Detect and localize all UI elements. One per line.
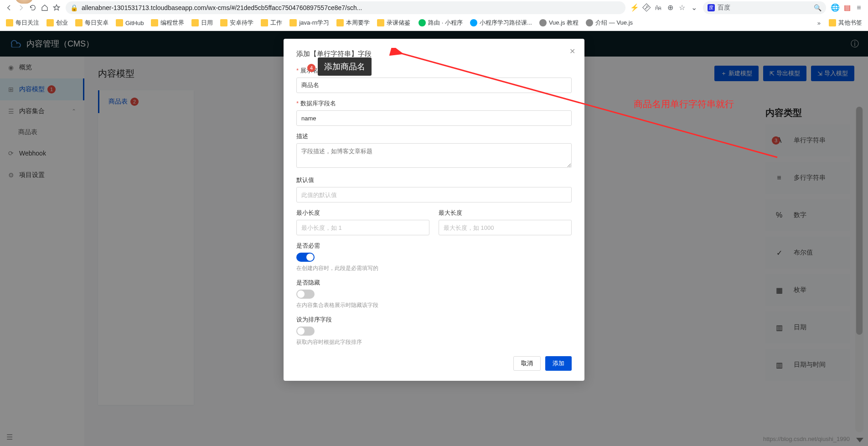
extension-globe-icon[interactable]: 🌐 [830, 2, 841, 13]
annotation-badge-4: 4 [307, 64, 315, 72]
label-sort: 设为排序字段 [296, 316, 572, 324]
browser-search-box[interactable]: 度 百度 🔍 [703, 1, 826, 14]
input-max-length[interactable] [439, 220, 572, 235]
ok-button[interactable]: 添加 [545, 356, 572, 371]
label-db-name: *数据库字段名 [296, 99, 572, 108]
modal-close-icon[interactable]: ✕ [569, 47, 575, 56]
switch-sort[interactable] [296, 327, 315, 336]
bookmark-folder[interactable]: 编程世界 [147, 17, 188, 29]
bookmark-folder[interactable]: java-rn学习 [286, 17, 333, 29]
folder-icon [46, 19, 54, 26]
favicon [539, 19, 547, 26]
bookmark-folder[interactable]: 每日安卓 [72, 17, 112, 29]
bookmark-folder[interactable]: 日用 [188, 17, 217, 29]
bookmark-bar: 每日关注创业每日安卓GitHub编程世界日用安卓待学工作java-rn学习本周要… [0, 15, 868, 31]
bookmark-star-icon[interactable]: ☆ [677, 2, 687, 13]
cancel-button[interactable]: 取消 [513, 356, 541, 371]
reload-icon[interactable] [27, 2, 38, 13]
folder-icon [220, 19, 227, 26]
back-icon[interactable] [4, 2, 15, 13]
folder-icon [377, 19, 384, 26]
folder-icon [336, 19, 344, 26]
input-db-name[interactable] [296, 110, 572, 126]
bookmark-folder[interactable]: 本周要学 [333, 17, 373, 29]
bookmark-link[interactable]: 路由 · 小程序 [415, 17, 466, 29]
key-icon[interactable]: ⚿ [639, 0, 654, 15]
annotation-red-text: 商品名用单行字符串就行 [634, 98, 734, 110]
translate-icon[interactable]: 🗛 [653, 2, 664, 13]
bookmark-folder[interactable]: 工作 [257, 17, 286, 29]
folder-icon [75, 19, 83, 26]
star-icon[interactable] [51, 2, 62, 13]
add-field-modal: 添加【单行字符串】字段 ✕ *展示名称 *数据库字段名 描述 默认值 最小长度 … [284, 39, 584, 381]
bookmark-overflow-icon[interactable]: » [814, 20, 824, 26]
switch-required[interactable] [296, 253, 315, 262]
input-default[interactable] [296, 187, 572, 202]
bookmark-folder[interactable]: 创业 [43, 17, 72, 29]
label-min-length: 最小长度 [296, 209, 429, 217]
bookmark-link[interactable]: 小程序学习路径课... [466, 17, 536, 29]
folder-icon [261, 19, 268, 26]
folder-icon [116, 19, 123, 26]
browser-nav-bar: 🔒 allenabner-1301531713.tcloudbaseapp.co… [0, 0, 868, 15]
input-display-name[interactable] [296, 78, 572, 93]
zoom-icon[interactable]: ⊕ [665, 2, 676, 13]
baidu-icon: 度 [708, 4, 715, 11]
bookmark-folder[interactable]: GitHub [112, 17, 147, 29]
home-icon[interactable] [39, 2, 50, 13]
url-text: allenabner-1301531713.tcloudbaseapp.com/… [82, 4, 362, 11]
folder-icon [829, 19, 836, 26]
label-max-length: 最大长度 [439, 209, 572, 217]
help-sort: 获取内容时根据此字段排序 [296, 338, 572, 346]
folder-icon [151, 19, 158, 26]
bookmark-folder[interactable]: 安卓待学 [217, 17, 257, 29]
bookmark-folder[interactable]: 录课储鉴 [373, 17, 414, 29]
bookmark-folder[interactable]: 每日关注 [2, 17, 43, 29]
help-required: 在创建内容时，此段是必需填写的 [296, 264, 572, 272]
folder-icon [191, 19, 199, 26]
favicon [418, 19, 426, 26]
menu-icon[interactable]: ≡ [853, 2, 864, 13]
label-required: 是否必需 [296, 242, 572, 250]
tooltip-add-name: 添加商品名 [318, 57, 372, 76]
extension-pdf-icon[interactable]: ▤ [842, 2, 852, 13]
favicon [470, 19, 477, 26]
folder-icon [289, 19, 297, 26]
search-engine-label: 百度 [718, 4, 730, 12]
label-hidden: 是否隐藏 [296, 279, 572, 287]
help-hidden: 在内容集合表格展示时隐藏该字段 [296, 301, 572, 309]
chevron-down-icon[interactable]: ⌄ [688, 2, 699, 13]
address-bar[interactable]: 🔒 allenabner-1301531713.tcloudbaseapp.co… [66, 1, 625, 14]
bookmark-link[interactable]: Vue.js 教程 [536, 17, 582, 29]
other-bookmarks[interactable]: 其他书签 [825, 17, 866, 29]
search-magnify-icon: 🔍 [814, 4, 822, 11]
favicon [586, 19, 593, 26]
forward-icon[interactable] [16, 2, 26, 13]
folder-icon [6, 19, 13, 26]
input-min-length[interactable] [296, 220, 429, 235]
label-description: 描述 [296, 132, 572, 140]
bookmark-link[interactable]: 介绍 — Vue.js [582, 17, 636, 29]
label-default: 默认值 [296, 176, 572, 184]
lock-icon: 🔒 [70, 4, 78, 11]
input-description[interactable] [296, 143, 572, 168]
switch-hidden[interactable] [296, 290, 315, 299]
